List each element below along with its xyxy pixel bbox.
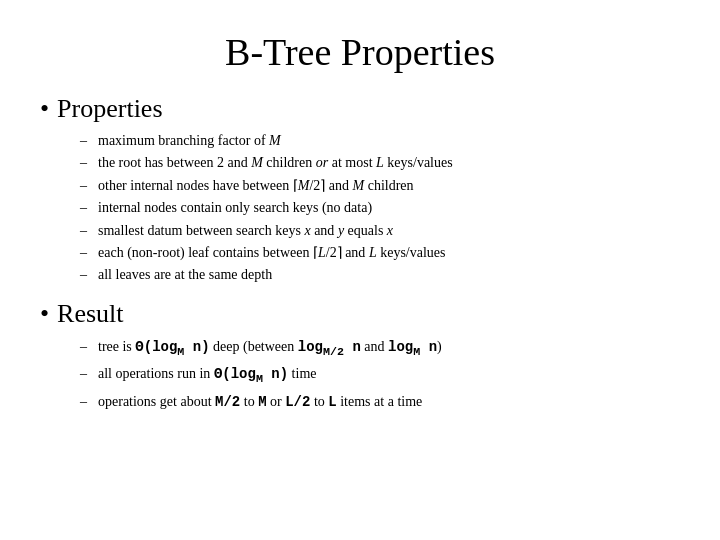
slide: B-Tree Properties • Properties maximum b… <box>0 0 720 540</box>
list-item: other internal nodes have between ⌈M/2⌉ … <box>80 175 680 197</box>
properties-section: • Properties <box>40 94 680 130</box>
properties-list: maximum branching factor of M the root h… <box>80 130 680 287</box>
bullet-dot-1: • <box>40 96 49 122</box>
bullet-dot-2: • <box>40 301 49 327</box>
properties-header: Properties <box>57 94 162 124</box>
result-section: • Result <box>40 299 680 335</box>
list-item: all leaves are at the same depth <box>80 264 680 286</box>
list-item: maximum branching factor of M <box>80 130 680 152</box>
list-item: tree is Θ(logM n) deep (between logM/2 n… <box>80 335 680 363</box>
list-item: the root has between 2 and M children or… <box>80 152 680 174</box>
list-item: smallest datum between search keys x and… <box>80 220 680 242</box>
slide-title: B-Tree Properties <box>40 30 680 74</box>
list-item: internal nodes contain only search keys … <box>80 197 680 219</box>
list-item: each (non-root) leaf contains between ⌈L… <box>80 242 680 264</box>
result-list: tree is Θ(logM n) deep (between logM/2 n… <box>80 335 680 415</box>
list-item: operations get about M/2 to M or L/2 to … <box>80 390 680 415</box>
list-item: all operations run in Θ(logM n) time <box>80 362 680 390</box>
result-header: Result <box>57 299 123 329</box>
